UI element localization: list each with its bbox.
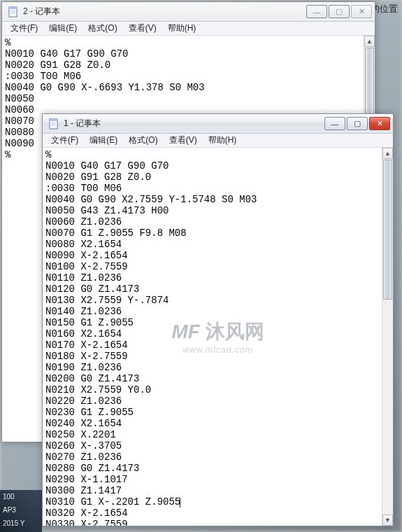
minimize-button[interactable]: — [324,117,345,130]
svg-rect-6 [50,119,57,121]
close-button[interactable]: ✕ [351,5,372,18]
vertical-scrollbar[interactable]: ▲ ▼ [382,148,393,526]
menu-format[interactable]: 格式(O) [123,133,163,148]
notepad-icon [8,6,19,18]
menu-file[interactable]: 文件(F) [5,21,43,36]
window-controls: — ▢ ✕ [323,117,390,130]
close-button[interactable]: ✕ [369,117,390,130]
menubar: 文件(F) 编辑(E) 格式(O) 查看(V) 帮助(H) [2,22,375,36]
taskbar-fragment: 100 AP3 2015 Y [0,490,42,532]
maximize-button[interactable]: ▢ [347,117,368,130]
titlebar[interactable]: 2 - 记事本 — ▢ ✕ [2,2,375,22]
menu-help[interactable]: 帮助(H) [162,21,202,36]
scroll-up-button[interactable]: ▲ [382,148,393,159]
svg-rect-1 [9,7,17,9]
menu-edit[interactable]: 编辑(E) [43,21,82,36]
menu-edit[interactable]: 编辑(E) [84,133,123,148]
scroll-thumb[interactable] [383,160,392,300]
maximize-button[interactable]: ▢ [329,5,350,18]
menu-format[interactable]: 格式(O) [82,21,122,36]
window-title: 2 - 记事本 [23,6,292,18]
menu-help[interactable]: 帮助(H) [203,133,243,148]
menu-view[interactable]: 查看(V) [164,133,203,148]
titlebar[interactable]: 1 - 记事本 — ▢ ✕ [43,114,393,134]
content-area: % N0010 G40 G17 G90 G70 N0020 G91 G28 Z0… [43,148,393,526]
window-title: 1 - 记事本 [64,118,310,130]
menu-view[interactable]: 查看(V) [123,21,162,36]
minimize-button[interactable]: — [306,5,327,18]
notepad-window-1[interactable]: 1 - 记事本 — ▢ ✕ 文件(F) 编辑(E) 格式(O) 查看(V) 帮助… [42,113,394,526]
window-controls: — ▢ ✕ [305,5,372,18]
text-editor[interactable]: % N0010 G40 G17 G90 G70 N0020 G91 G28 Z0… [43,148,382,526]
menu-file[interactable]: 文件(F) [45,133,84,148]
menubar: 文件(F) 编辑(E) 格式(O) 查看(V) 帮助(H) [43,134,393,148]
scroll-up-button[interactable]: ▲ [364,36,375,47]
notepad-icon [48,118,59,130]
scroll-down-button[interactable]: ▼ [382,514,393,526]
